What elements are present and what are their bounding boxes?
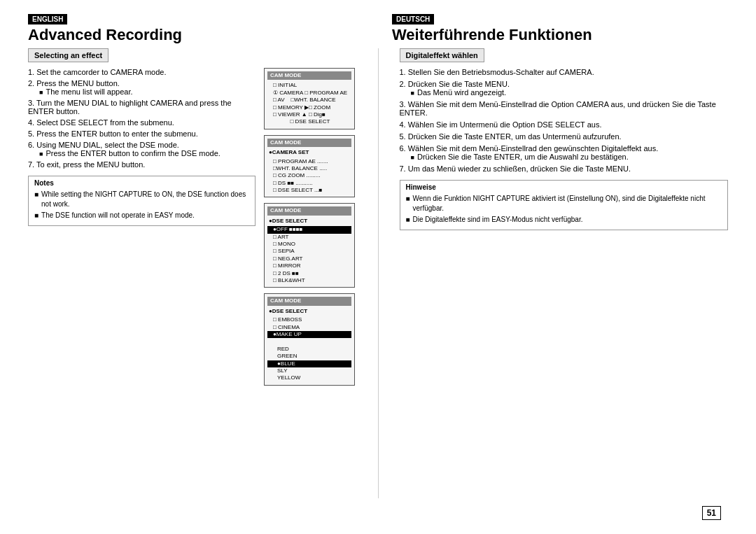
bullet-de-icon: ■ [411,90,414,97]
step-2-text: Press the MENU button. [36,79,120,87]
screen-1-row-6: □ DSE SELECT [267,118,351,125]
note-1: ■ While setting the NIGHT CAPTURE to ON,… [34,190,249,209]
notes-title: Notes [34,179,249,187]
note-2-text: The DSE function will not operate in EAS… [41,211,195,220]
note-1-text: While setting the NIGHT CAPTURE to ON, t… [41,190,248,209]
screen-1-row-4: □ MEMORY ▶□ ZOOM [267,104,351,111]
steps-de: 1. Stellen Sie den Betriebsmodus-Schalte… [400,68,729,173]
screen-4-title: CAM MODE [267,297,351,305]
step-de-3-num: 3. [400,100,408,108]
step-4-num: 4. [28,118,36,127]
screen-4-row-1: □ EMBOSS [267,316,351,323]
bullet-icon: ■ [39,89,43,96]
subsection-header-de: Digitaleffekt wählen [400,48,484,62]
step-7-text: To exit, press the MENU button. [36,160,145,169]
step-6-text: Using MENU DIAL, select the DSE mode. [36,141,179,149]
step-de-7-text: Um das Menü wieder zu schließen, drücken… [408,164,631,173]
screen-3-row-2: □ ART [267,234,351,241]
screen-4-row-2: □ CINEMA [267,324,351,331]
hinweise-box: Hinweise ■ Wenn die Funktion NIGHT CAPTU… [400,180,729,230]
step-de-6-sub-text: Drücken Sie die Taste ENTER, um die Ausw… [417,153,629,161]
screen-3-row-3: □ MONO [267,241,351,248]
notes-box: Notes ■ While setting the NIGHT CAPTURE … [28,176,255,226]
step-de-5-text: Drücken Sie die Taste ENTER, um das Unte… [408,132,622,141]
screen-4-row-9: YELLOW [267,374,351,381]
step-de-2-sub: ■ Das Menü wird angezeigt. [411,88,729,97]
screen-2: CAM MODE ●CAMERA SET □ PROGRAM AE ......… [264,135,355,198]
step-de-2-sub-text: Das Menü wird angezeigt. [417,88,506,97]
screen-4: CAM MODE ●DSE SELECT □ EMBOSS □ CINEMA ●… [264,293,355,385]
step-de-5-num: 5. [400,132,408,141]
hinweis-1: ■ Wenn die Funktion NIGHT CAPTURE aktivi… [406,194,722,213]
hinweis-1-text: Wenn die Funktion NIGHT CAPTURE aktivier… [413,194,722,213]
step-de-3: 3. Wählen Sie mit dem Menü-Einstellrad d… [400,100,729,117]
step-4-text: Select DSE SELECT from the submenu. [36,118,174,127]
screen-3-row-6: □ MIRROR [267,262,351,269]
col-left: Selecting an effect 1. Set the camcorder… [28,48,379,498]
header: ENGLISH Advanced Recording DEUTSCH Weite… [28,14,728,44]
note-2: ■ The DSE function will not operate in E… [34,211,249,220]
screen-2-row-1: □ PROGRAM AE ....... [267,158,351,165]
step-3-text: Turn the MENU DIAL to highlight CAMERA a… [28,99,232,115]
step-de-4-text: Wählen Sie im Untermenü die Option DSE S… [408,120,602,129]
screen-4-row-4 [267,338,351,345]
hinweis-2-bullet: ■ [406,215,410,225]
step-5-num: 5. [28,129,36,138]
hinweise-title: Hinweise [406,183,722,191]
screen-1-row-2: ① CAMERA □ PROGRAM AE [267,90,351,97]
step-de-6: 6. Wählen Sie mit dem Menü-Einstellrad d… [400,144,729,161]
step-5-text: Press the ENTER button to enter the subm… [36,129,198,138]
step-de-6-text: Wählen Sie mit dem Menü-Einstellrad den … [408,144,658,153]
main-columns: Selecting an effect 1. Set the camcorder… [28,48,728,498]
step-de-4: 4. Wählen Sie im Untermenü die Option DS… [400,120,729,129]
screen-3-row-4: □ SEPIA [267,248,351,255]
step-1: 1. Set the camcorder to CAMERA mode. [28,68,255,76]
screen-2-row-2: □WHT. BALANCE ..... [267,165,351,172]
screen-4-row-7: ●BLUE [267,360,351,367]
step-de-6-num: 6. [400,144,408,153]
step-de-6-sub: ■ Drücken Sie die Taste ENTER, um die Au… [411,153,729,161]
step-2-sub-text: The menu list will appear. [46,87,132,96]
step-6: 6. Using MENU DIAL, select the DSE mode.… [28,141,255,157]
step-de-2-text: Drücken Sie die Taste MENU. [408,80,510,88]
screen-1: CAM MODE □ INITIAL ① CAMERA □ PROGRAM AE… [264,68,355,129]
screen-3-subtitle: ●DSE SELECT [267,218,351,225]
step-6-num: 6. [28,141,36,149]
page: ENGLISH Advanced Recording DEUTSCH Weite… [0,0,756,534]
step-de-2: 2. Drücken Sie die Taste MENU. ■ Das Men… [400,80,729,97]
step-6-sub: ■ Press the ENTER button to confirm the … [39,149,255,157]
screen-2-row-3: □ CG ZOOM ......... [267,172,351,179]
section-title-en: Advanced Recording [28,26,364,44]
step-7-num: 7. [28,160,36,169]
col-right: Digitaleffekt wählen 1. Stellen Sie den … [379,48,729,498]
screen-4-row-5: RED [267,346,351,353]
step-2-num: 2. [28,79,36,87]
screen-3-row-7: □ 2 DS ■■ [267,270,351,277]
step-de-4-num: 4. [400,120,408,129]
step-de-1-text: Stellen Sie den Betriebsmodus-Schalter a… [408,68,594,76]
step-1-num: 1. [28,68,36,76]
step-de-7: 7. Um das Menü wieder zu schließen, drüc… [400,164,729,173]
screen-2-subtitle: ●CAMERA SET [267,149,351,156]
step-3-num: 3. [28,99,36,107]
screen-3-row-5: □ NEG.ART [267,255,351,262]
step-1-text: Set the camcorder to CAMERA mode. [36,68,166,76]
screen-mockups: CAM MODE □ INITIAL ① CAMERA □ PROGRAM AE… [262,68,357,386]
step-de-1: 1. Stellen Sie den Betriebsmodus-Schalte… [400,68,729,76]
screen-3-row-8: □ BLK&WHT [267,277,351,284]
screen-1-title: CAM MODE [267,71,351,80]
screen-4-row-8: SLY [267,367,351,374]
lang-badge-de: DEUTSCH [392,14,434,24]
screen-1-row-3: □ AV □WHT. BALANCE [267,97,351,104]
step-de-3-text: Wählen Sie mit dem Menü-Einstellrad die … [400,100,716,117]
note-2-bullet: ■ [34,211,38,220]
page-number: 51 [702,506,721,520]
step-6-sub-text: Press the ENTER button to confirm the DS… [46,149,220,157]
step-7: 7. To exit, press the MENU button. [28,160,255,169]
bullet-icon-2: ■ [39,150,43,157]
hinweis-2-text: Die Digitaleffekte sind im EASY-Modus ni… [413,215,583,225]
step-4: 4. Select DSE SELECT from the submenu. [28,118,255,127]
screen-2-row-4: □ DS ■■ ........... [267,180,351,187]
screen-3: CAM MODE ●DSE SELECT ●OFF ■■■■ □ ART □ M… [264,203,355,288]
step-2-sub: ■ The menu list will appear. [39,87,255,96]
